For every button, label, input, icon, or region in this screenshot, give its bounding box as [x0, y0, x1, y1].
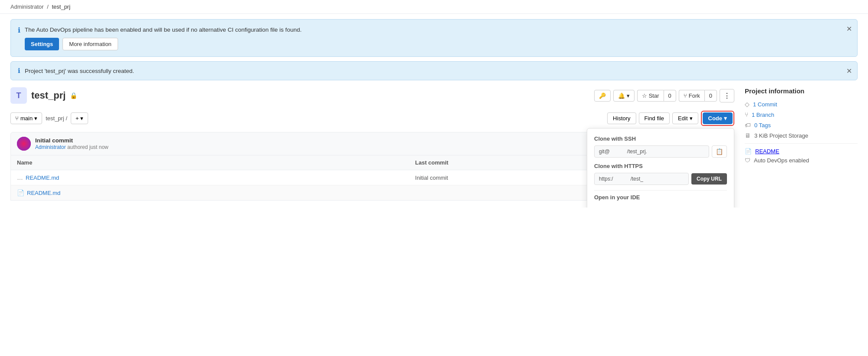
commits-icon: ◇ [745, 101, 750, 108]
https-clone-title: Clone with HTTPS [594, 163, 727, 169]
auto-devops-label: Auto DevOps enabled [754, 157, 809, 164]
star-count[interactable]: 0 [664, 90, 676, 102]
commit-avatar [17, 137, 31, 151]
file-name-2: README.md [27, 190, 60, 196]
star-button-group: ☆ Star 0 [637, 90, 676, 102]
add-button[interactable]: + ▾ [71, 112, 88, 124]
alert-success-text: Project 'test_prj' was successfully crea… [25, 68, 134, 74]
key-button[interactable]: 🔑 [594, 90, 611, 102]
project-header: T test_prj 🔒 🔑 🔔 ▾ ☆ Star 0 ⑂ Fork 0 ⋮ [10, 87, 734, 104]
ssh-clone-title: Clone with SSH [594, 135, 727, 142]
commit-author[interactable]: Administrator [35, 144, 66, 150]
alert-devops-close[interactable]: ✕ [846, 25, 852, 33]
ssh-copy-button[interactable]: 📋 [712, 145, 727, 158]
alert-success-close[interactable]: ✕ [846, 67, 852, 75]
history-button[interactable]: History [607, 112, 636, 124]
code-dropdown-highlight: Code ▾ [701, 111, 735, 126]
ide-option-ssh[interactable]: Visual Studio Code (SSH) [594, 204, 727, 208]
branch-icon: ⑂ [15, 115, 19, 122]
alert-devops-text: The Auto DevOps pipeline has been enable… [25, 26, 850, 34]
project-avatar: T [10, 87, 27, 104]
fork-count[interactable]: 0 [704, 90, 717, 102]
breadcrumb-project: test_prj [52, 3, 70, 10]
sidebar-title: Project information [745, 87, 858, 95]
alert-success: ℹ Project 'test_prj' was successfully cr… [10, 61, 858, 80]
file-icon: … [17, 174, 23, 181]
ide-title: Open in your IDE [594, 194, 727, 201]
more-information-button[interactable]: More information [62, 38, 118, 50]
alert-devops: ℹ The Auto DevOps pipeline has been enab… [10, 19, 858, 57]
branches-icon: ⑂ [745, 111, 748, 118]
ssh-clone-input[interactable] [594, 145, 709, 158]
repo-path: test_prj / [46, 115, 67, 122]
edit-button[interactable]: Edit ▾ [672, 112, 698, 124]
settings-button[interactable]: Settings [25, 38, 59, 50]
code-button[interactable]: Code ▾ [703, 112, 733, 124]
tags-link[interactable]: 0 Tags [754, 122, 771, 129]
file-name: README.md [26, 175, 59, 181]
copy-url-button[interactable]: Copy URL [691, 173, 727, 185]
clone-dropdown: Clone with SSH 📋 Clone with HTTPS Copy U… [587, 128, 734, 208]
lock-icon: 🔒 [70, 92, 77, 99]
tags-icon: 🏷 [745, 122, 751, 129]
branch-selector[interactable]: ⑂ main ▾ [10, 112, 42, 124]
commits-link[interactable]: 1 Commit [753, 101, 777, 108]
notification-button[interactable]: 🔔 ▾ [613, 90, 635, 102]
sidebar-auto-devops: 🛡 Auto DevOps enabled [745, 157, 858, 164]
info-icon-2: ℹ [18, 67, 20, 75]
fork-button[interactable]: ⑂ Fork [679, 90, 704, 102]
sidebar-branches: ⑂ 1 Branch [745, 111, 858, 118]
readme-link[interactable]: README [755, 148, 779, 155]
file-link-readme[interactable]: … README.md [17, 174, 403, 181]
chevron-down-icon: ▾ [34, 115, 37, 122]
breadcrumb-sep: / [47, 3, 49, 10]
fork-button-group: ⑂ Fork 0 [679, 90, 717, 102]
sidebar-readme: 📄 README [745, 148, 858, 155]
sidebar-storage: 🖥 3 KiB Project Storage [745, 132, 858, 139]
sidebar-tags: 🏷 0 Tags [745, 122, 858, 129]
doc-icon: 📄 [17, 189, 24, 196]
code-chevron: ▾ [724, 115, 727, 122]
more-options-button[interactable]: ⋮ [720, 89, 734, 102]
star-button[interactable]: ☆ Star [637, 90, 664, 102]
sidebar-commits: ◇ 1 Commit [745, 101, 858, 108]
branch-name: main [20, 115, 33, 122]
breadcrumb-admin[interactable]: Administrator [10, 3, 44, 10]
find-file-button[interactable]: Find file [639, 112, 670, 124]
edit-chevron: ▾ [690, 115, 693, 122]
repo-toolbar: ⑂ main ▾ test_prj / + ▾ History Find fil… [10, 111, 734, 126]
col-name: Name [11, 155, 409, 170]
svg-point-0 [17, 137, 31, 151]
info-icon: ℹ [18, 26, 20, 34]
https-clone-input[interactable] [594, 173, 689, 185]
storage-label: 3 KiB Project Storage [754, 132, 808, 139]
edit-label: Edit [678, 115, 687, 122]
project-name: test_prj [31, 90, 66, 101]
branches-link[interactable]: 1 Branch [752, 112, 774, 118]
shield-icon: 🛡 [745, 157, 750, 164]
code-label: Code [708, 115, 723, 122]
project-sidebar: Project information ◇ 1 Commit ⑂ 1 Branc… [745, 87, 858, 201]
file-link-readme2[interactable]: 📄 README.md [17, 189, 403, 196]
readme-icon: 📄 [745, 148, 752, 155]
storage-icon: 🖥 [745, 132, 751, 139]
